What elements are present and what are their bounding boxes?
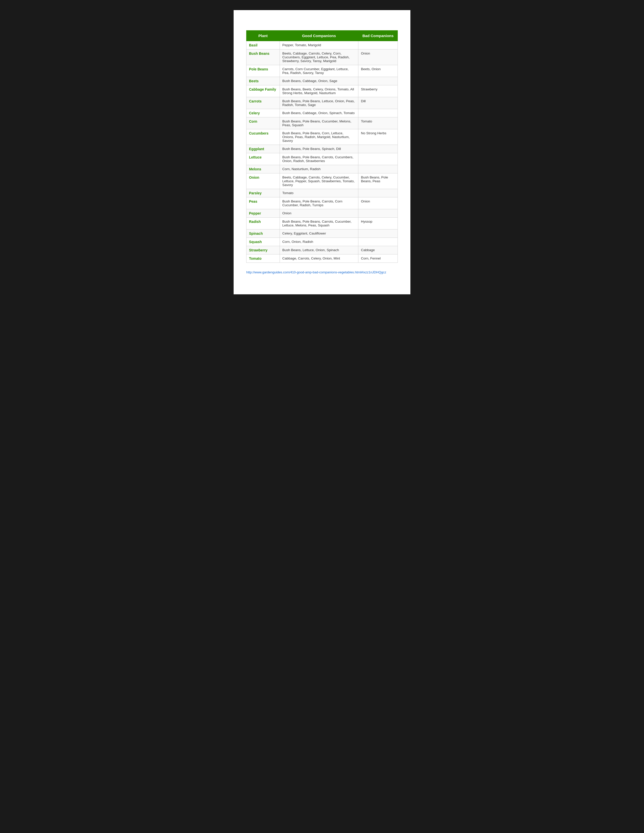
table-row: Bush BeansBeets, Cabbage, Carrots, Celer… <box>246 50 398 65</box>
good-companions-cell: Corn, Onion, Radish <box>280 238 358 246</box>
bad-companions-cell: Tomato <box>358 117 398 129</box>
plant-cell: Carrots <box>246 97 280 109</box>
table-row: CucumbersBush Beans, Pole Beans, Corn, L… <box>246 129 398 145</box>
good-companions-cell: Tomato <box>280 189 358 198</box>
table-row: SpinachCelery, Eggplant, Cauliflower <box>246 230 398 238</box>
plant-cell: Pepper <box>246 209 280 217</box>
plant-cell: Bush Beans <box>246 50 280 65</box>
table-row: CornBush Beans, Pole Beans, Cucumber, Me… <box>246 117 398 129</box>
good-companions-cell: Celery, Eggplant, Cauliflower <box>280 230 358 238</box>
bad-companions-cell: Strawberry <box>358 85 398 97</box>
bad-companions-cell <box>358 165 398 174</box>
plant-cell: Tomato <box>246 254 280 263</box>
header-good: Good Companions <box>280 31 358 41</box>
bad-companions-cell <box>358 238 398 246</box>
good-companions-cell: Onion <box>280 209 358 217</box>
good-companions-cell: Pepper, Tomato, Marigold <box>280 41 358 50</box>
bad-companions-cell: No Strong Herbs <box>358 129 398 145</box>
header-bad: Bad Companions <box>358 31 398 41</box>
good-companions-cell: Bush Beans, Pole Beans, Carrots, Cucumbe… <box>280 217 358 230</box>
bad-companions-cell <box>358 230 398 238</box>
table-row: LettuceBush Beans, Pole Beans, Carrots, … <box>246 153 398 165</box>
table-row: MelonsCorn, Nasturtium, Radish <box>246 165 398 174</box>
table-row: PepperOnion <box>246 209 398 217</box>
table-row: BasilPepper, Tomato, Marigold <box>246 41 398 50</box>
good-companions-cell: Bush Beans, Pole Beans, Carrots, Cucumbe… <box>280 153 358 165</box>
plant-cell: Beets <box>246 77 280 85</box>
good-companions-cell: Carrots, Corn Cucumber, Eggplant, Lettuc… <box>280 65 358 77</box>
bad-companions-cell: Beets, Onion <box>358 65 398 77</box>
plant-cell: Cabbage Family <box>246 85 280 97</box>
table-row: EggplantBush Beans, Pole Beans, Spinach,… <box>246 145 398 153</box>
bad-companions-cell <box>358 209 398 217</box>
plant-cell: Radish <box>246 217 280 230</box>
table-row: PeasBush Beans, Pole Beans, Carrots, Cor… <box>246 198 398 209</box>
table-row: CarrotsBush Beans, Pole Beans, Lettuce, … <box>246 97 398 109</box>
plant-cell: Pole Beans <box>246 65 280 77</box>
page-container: Plant Good Companions Bad Companions Bas… <box>233 10 411 294</box>
table-row: OnionBeets, Cabbage, Carrots, Celery, Cu… <box>246 174 398 189</box>
bad-companions-cell <box>358 145 398 153</box>
good-companions-cell: Bush Beans, Beets, Celery, Onions, Tomat… <box>280 85 358 97</box>
good-companions-cell: Bush Beans, Cabbage, Onion, Spinach, Tom… <box>280 109 358 117</box>
good-companions-cell: Corn, Nasturtium, Radish <box>280 165 358 174</box>
bad-companions-cell <box>358 153 398 165</box>
table-row: BeetsBush Beans, Cabbage, Onion, Sage <box>246 77 398 85</box>
plant-cell: Cucumbers <box>246 129 280 145</box>
plant-cell: Melons <box>246 165 280 174</box>
good-companions-cell: Cabbage, Carrots, Celery, Onion, Mint <box>280 254 358 263</box>
plant-cell: Parsley <box>246 189 280 198</box>
table-row: TomatoCabbage, Carrots, Celery, Onion, M… <box>246 254 398 263</box>
footer-link[interactable]: http://www.gardenguides.com/410-good-amp… <box>246 270 398 274</box>
good-companions-cell: Bush Beans, Pole Beans, Corn, Lettuce, O… <box>280 129 358 145</box>
header-plant: Plant <box>246 31 280 41</box>
good-companions-cell: Bush Beans, Pole Beans, Cucumber, Melons… <box>280 117 358 129</box>
plant-cell: Celery <box>246 109 280 117</box>
plant-cell: Squash <box>246 238 280 246</box>
bad-companions-cell: Cabbage <box>358 246 398 254</box>
plant-cell: Lettuce <box>246 153 280 165</box>
plant-cell: Eggplant <box>246 145 280 153</box>
plant-cell: Basil <box>246 41 280 50</box>
table-row: Cabbage FamilyBush Beans, Beets, Celery,… <box>246 85 398 97</box>
bad-companions-cell: Dill <box>358 97 398 109</box>
bad-companions-cell <box>358 189 398 198</box>
plant-cell: Onion <box>246 174 280 189</box>
good-companions-cell: Bush Beans, Lettuce, Onion, Spinach <box>280 246 358 254</box>
bad-companions-cell: Bush Beans, Pole Beans, Peas <box>358 174 398 189</box>
good-companions-cell: Bush Beans, Cabbage, Onion, Sage <box>280 77 358 85</box>
good-companions-cell: Beets, Cabbage, Carrots, Celery, Cucumbe… <box>280 174 358 189</box>
good-companions-cell: Bush Beans, Pole Beans, Lettuce, Onion, … <box>280 97 358 109</box>
bad-companions-cell: Onion <box>358 198 398 209</box>
bad-companions-cell <box>358 77 398 85</box>
table-row: StrawberryBush Beans, Lettuce, Onion, Sp… <box>246 246 398 254</box>
plant-cell: Corn <box>246 117 280 129</box>
companions-table: Plant Good Companions Bad Companions Bas… <box>246 30 398 263</box>
bad-companions-cell: Corn, Fennel <box>358 254 398 263</box>
bad-companions-cell: Hyssop <box>358 217 398 230</box>
plant-cell: Spinach <box>246 230 280 238</box>
good-companions-cell: Beets, Cabbage, Carrots, Celery, Corn, C… <box>280 50 358 65</box>
table-row: Pole BeansCarrots, Corn Cucumber, Eggpla… <box>246 65 398 77</box>
bad-companions-cell <box>358 41 398 50</box>
table-row: SquashCorn, Onion, Radish <box>246 238 398 246</box>
table-row: ParsleyTomato <box>246 189 398 198</box>
plant-cell: Peas <box>246 198 280 209</box>
bad-companions-cell <box>358 109 398 117</box>
plant-cell: Strawberry <box>246 246 280 254</box>
good-companions-cell: Bush Beans, Pole Beans, Carrots, Corn Cu… <box>280 198 358 209</box>
good-companions-cell: Bush Beans, Pole Beans, Spinach, Dill <box>280 145 358 153</box>
bad-companions-cell: Onion <box>358 50 398 65</box>
table-row: RadishBush Beans, Pole Beans, Carrots, C… <box>246 217 398 230</box>
table-row: CeleryBush Beans, Cabbage, Onion, Spinac… <box>246 109 398 117</box>
